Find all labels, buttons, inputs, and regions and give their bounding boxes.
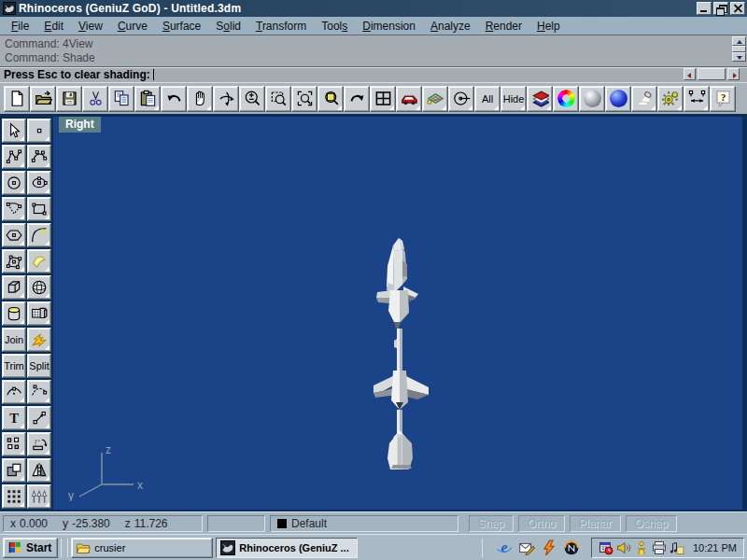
side-tool-sphere-button[interactable]	[27, 275, 51, 300]
layer-panel[interactable]: Default	[270, 515, 458, 532]
toggle-osnap[interactable]: Osnap	[626, 515, 677, 532]
side-tool-curve-edit-2-button[interactable]	[27, 380, 51, 404]
task-rhinoceros[interactable]: Rhinoceros (GeniuZ ...	[216, 538, 358, 558]
audnote-tray-icon[interactable]	[669, 540, 684, 555]
toolbar-render-button[interactable]	[605, 86, 631, 112]
toolbar-zoom-button[interactable]	[239, 86, 265, 112]
side-tool-cylinder-button[interactable]	[2, 301, 26, 326]
viewport-right[interactable]: Right	[53, 117, 742, 510]
command-history[interactable]: Command: 4ViewCommand: Shade	[0, 35, 747, 66]
volume-tray-icon[interactable]	[616, 540, 631, 555]
menu-help[interactable]: Help	[529, 18, 568, 35]
menu-tools[interactable]: Tools	[314, 18, 355, 35]
toolbar-shade-button[interactable]	[579, 86, 605, 112]
toolbar-paste-button[interactable]	[134, 86, 161, 112]
command-prompt[interactable]: Press Esc to clear shading:	[0, 66, 747, 82]
side-tool-move-button[interactable]	[27, 406, 51, 430]
scroll-right-icon[interactable]	[727, 68, 740, 80]
toolbar-open-button[interactable]	[30, 86, 56, 112]
toolbar-hide-button[interactable]: Hide	[500, 86, 527, 112]
toolbar-rotate-view-button[interactable]	[213, 86, 239, 112]
menu-file[interactable]: File	[4, 18, 36, 35]
side-tool-curve-edit-1-button[interactable]	[2, 380, 26, 404]
side-tool-circle-button[interactable]	[2, 171, 26, 195]
side-tool-trim-button[interactable]: Trim	[2, 354, 26, 378]
side-tool-rectangle-button[interactable]	[27, 197, 51, 221]
toolbar-car-sample-button[interactable]	[396, 86, 422, 112]
menu-edit[interactable]: Edit	[36, 18, 71, 35]
toolbar-pan-button[interactable]	[187, 86, 213, 112]
toolbar-undo-button[interactable]	[161, 86, 187, 112]
menu-analyze[interactable]: Analyze	[423, 18, 478, 35]
side-tool-ellipse-button[interactable]	[27, 171, 51, 195]
scroll-down-icon[interactable]	[732, 52, 746, 62]
ie-icon[interactable]: e	[496, 539, 513, 556]
side-tool-polygon-button[interactable]	[2, 223, 26, 247]
side-tool-split-button[interactable]: Split	[27, 354, 51, 378]
layer-color-swatch[interactable]	[277, 519, 287, 528]
toggle-ortho[interactable]: Ortho	[518, 515, 565, 532]
side-tool-rotate-button[interactable]	[27, 432, 51, 456]
toolbar-cut-button[interactable]	[82, 86, 108, 112]
scroll-thumb[interactable]	[732, 46, 746, 52]
rhino-app-icon[interactable]	[3, 2, 16, 15]
toggle-snap[interactable]: Snap	[469, 515, 514, 532]
minimize-button[interactable]	[697, 2, 712, 15]
menu-solid[interactable]: Solid	[208, 18, 248, 35]
side-tool-scale-button[interactable]	[2, 458, 26, 483]
toolbar-layers-button[interactable]	[527, 86, 553, 112]
scheduler-tray-icon[interactable]	[599, 540, 613, 555]
toolbar-copy-button[interactable]	[108, 86, 134, 112]
close-button[interactable]	[730, 2, 745, 15]
toggle-planar[interactable]: Planar	[570, 515, 621, 532]
side-tool-solid-tools-button[interactable]	[27, 301, 51, 326]
side-tool-box-button[interactable]	[2, 275, 26, 300]
toolbar-viewport-layout-button[interactable]	[370, 86, 396, 112]
ship-model[interactable]	[372, 236, 431, 469]
side-tool-curve-button[interactable]	[27, 145, 51, 169]
toolbar-zoom-extents-button[interactable]	[317, 86, 344, 112]
printer-tray-icon[interactable]	[652, 540, 667, 555]
toolbar-mesh-button[interactable]	[422, 86, 448, 112]
side-tool-surface-points-button[interactable]	[2, 249, 26, 273]
winamp-icon[interactable]	[541, 539, 557, 556]
side-tool-select-button[interactable]	[2, 119, 26, 143]
history-scrollbar[interactable]	[732, 36, 746, 65]
toolbar-options-button[interactable]	[657, 86, 684, 112]
mail-icon[interactable]	[518, 539, 535, 556]
toolbar-zoom-selected-button[interactable]	[291, 86, 317, 112]
scroll-left-icon[interactable]	[684, 68, 696, 80]
side-tool-surface-tools-button[interactable]	[27, 249, 51, 273]
icq-tray-icon[interactable]	[634, 540, 649, 555]
toolbar-help-button[interactable]: ?	[710, 86, 736, 112]
prompt-scrollbar[interactable]	[684, 68, 740, 80]
menu-curve[interactable]: Curve	[110, 18, 155, 35]
side-tool-point-button[interactable]	[27, 119, 51, 143]
menu-render[interactable]: Render	[478, 18, 529, 35]
toolbar-color-picker-button[interactable]	[553, 86, 579, 112]
menu-view[interactable]: View	[71, 18, 110, 35]
toolbar-zoom-all-button[interactable]: All	[474, 86, 500, 112]
scroll-up-icon[interactable]	[732, 36, 746, 46]
toolbar-save-button[interactable]	[56, 86, 82, 112]
clock[interactable]: 10:21 PM	[693, 542, 737, 553]
side-tool-polyline-button[interactable]	[2, 145, 26, 169]
side-tool-text-button[interactable]: T	[2, 406, 26, 430]
side-tool-explode-button[interactable]	[27, 328, 51, 352]
toolbar-spotlight-button[interactable]	[631, 86, 657, 112]
toolbar-undo-view-button[interactable]	[344, 86, 370, 112]
toolbar-zoom-window-button[interactable]	[265, 86, 291, 112]
toolbar-radius-tool-button[interactable]	[448, 86, 474, 112]
side-tool-array-button[interactable]	[2, 484, 26, 509]
side-tool-extrude-button[interactable]	[27, 484, 51, 509]
side-tool-join-button[interactable]: Join	[2, 328, 26, 352]
menu-dimension[interactable]: Dimension	[355, 18, 423, 35]
side-tool-arc-button[interactable]	[2, 197, 26, 221]
restore-button[interactable]	[713, 2, 728, 15]
viewport-title[interactable]: Right	[59, 117, 101, 133]
prompt-scroll-thumb[interactable]	[698, 68, 726, 80]
toolbar-new-button[interactable]	[4, 86, 30, 112]
start-button[interactable]: Start	[3, 538, 58, 558]
task-crusier[interactable]: crusier	[71, 538, 213, 558]
side-tool-fillet-button[interactable]	[27, 223, 51, 247]
